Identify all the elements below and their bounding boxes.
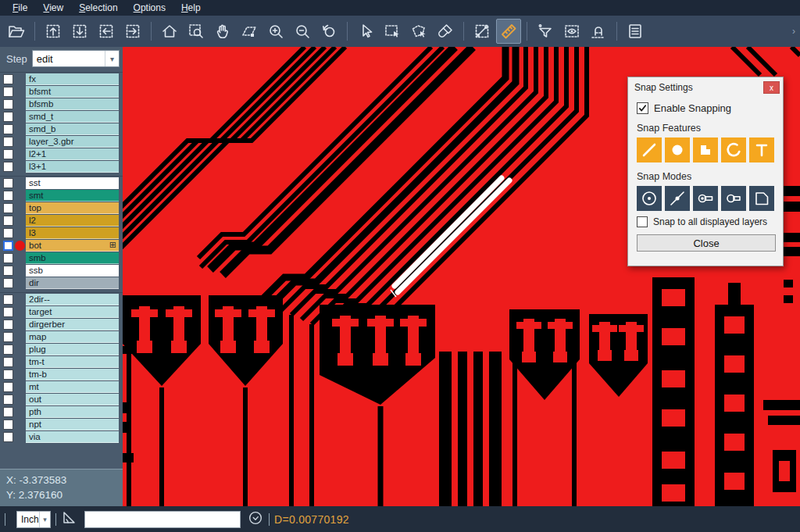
layer-visibility-checkbox[interactable] <box>3 74 13 84</box>
snap-mode-point-on-line-icon[interactable] <box>665 186 690 211</box>
layer-visibility-checkbox[interactable] <box>3 99 13 109</box>
zoom-in-icon[interactable] <box>263 19 288 44</box>
layer-name-field[interactable]: smt <box>26 190 119 202</box>
layer-name-field[interactable]: bfsmt <box>26 86 119 98</box>
ruler-icon[interactable] <box>496 19 521 44</box>
layer-name-field[interactable]: l3 <box>26 227 119 239</box>
layer-visibility-checkbox[interactable] <box>3 332 13 342</box>
close-button[interactable]: Close <box>637 234 776 252</box>
layer-name-field[interactable]: smd_t <box>26 111 119 123</box>
dialog-close-icon[interactable]: x <box>763 81 780 94</box>
layer-name-field[interactable]: sst <box>26 177 119 189</box>
layer-visibility-checkbox[interactable] <box>3 203 13 213</box>
layer-name-field[interactable]: target <box>26 306 119 318</box>
select-rectangle-icon[interactable] <box>380 19 405 44</box>
snap-feature-circle-icon[interactable] <box>665 137 690 162</box>
layer-visibility-checkbox[interactable] <box>3 191 13 201</box>
layer-name-field[interactable]: smb <box>26 252 119 264</box>
layer-name-field[interactable]: tm-t <box>26 356 119 368</box>
layer-name-field[interactable]: 2dir-- <box>26 294 119 305</box>
layer-name-field[interactable]: top <box>26 202 119 214</box>
toolbar-overflow-chevron[interactable]: › <box>792 26 795 37</box>
layer-name-field[interactable]: smd_b <box>26 123 119 135</box>
select-polygon-icon[interactable] <box>406 19 431 44</box>
layer-name-field[interactable]: dir <box>26 277 119 289</box>
snap-feature-line-icon[interactable] <box>637 137 662 162</box>
layer-name-field[interactable]: l2 <box>26 215 119 227</box>
layer-visibility-checkbox[interactable] <box>3 432 13 442</box>
snap-feature-text-icon[interactable] <box>749 137 774 162</box>
layer-name-field[interactable]: via <box>26 431 119 443</box>
zoom-out-icon[interactable] <box>290 19 315 44</box>
filter-icon[interactable] <box>533 19 558 44</box>
layer-visibility-checkbox[interactable] <box>3 266 13 276</box>
layer-visibility-checkbox[interactable] <box>3 295 13 305</box>
menu-file[interactable]: File <box>5 1 35 15</box>
layer-name-field[interactable]: plug <box>26 344 119 355</box>
layer-visibility-checkbox[interactable] <box>3 162 13 172</box>
snap-settings-icon[interactable] <box>586 19 611 44</box>
layer-visibility-checkbox[interactable] <box>3 357 13 367</box>
snap-mode-pad-outline-icon[interactable] <box>721 186 746 211</box>
layer-visibility-checkbox[interactable] <box>3 112 13 122</box>
layer-visibility-checkbox[interactable] <box>3 278 13 288</box>
menu-options[interactable]: Options <box>126 1 173 15</box>
pan-up-icon[interactable] <box>41 19 66 44</box>
layer-name-field[interactable]: ssb <box>26 265 119 277</box>
zoom-dynamic-icon[interactable] <box>237 19 262 44</box>
enable-snapping-checkbox[interactable] <box>637 102 648 114</box>
pan-hand-icon[interactable] <box>210 19 235 44</box>
snap-all-layers-checkbox[interactable] <box>637 216 648 227</box>
open-file-icon[interactable] <box>4 19 29 44</box>
layer-visibility-checkbox[interactable] <box>3 149 13 159</box>
layer-visibility-checkbox[interactable] <box>3 407 13 417</box>
layer-visibility-checkbox[interactable] <box>3 395 13 405</box>
command-input[interactable] <box>84 511 241 528</box>
layer-name-field[interactable]: out <box>26 394 119 405</box>
snap-feature-surface-icon[interactable] <box>693 137 718 162</box>
unit-select[interactable]: Inch ▾ <box>16 511 51 528</box>
layer-name-field[interactable]: fx <box>26 73 119 85</box>
angle-mode-icon[interactable] <box>61 509 78 530</box>
layer-name-field[interactable]: bfsmb <box>26 98 119 110</box>
measure-line-icon[interactable] <box>470 19 495 44</box>
layer-visibility-checkbox[interactable] <box>3 370 13 380</box>
select-pointer-icon[interactable] <box>353 19 378 44</box>
apply-check-icon[interactable] <box>247 509 264 530</box>
home-view-icon[interactable] <box>157 19 182 44</box>
menu-help[interactable]: Help <box>173 1 209 15</box>
layer-grid-icon[interactable]: ⊞ <box>109 241 116 249</box>
layer-visibility-checkbox[interactable] <box>3 87 13 97</box>
zoom-window-icon[interactable] <box>184 19 209 44</box>
layer-visibility-checkbox[interactable] <box>3 137 13 147</box>
layer-visibility-checkbox[interactable] <box>3 216 13 226</box>
layer-name-field[interactable]: map <box>26 331 119 343</box>
menu-view[interactable]: View <box>35 1 71 15</box>
layer-name-field[interactable]: layer_3.gbr <box>26 136 119 148</box>
layer-name-field[interactable]: l3+1 <box>26 161 119 173</box>
layer-visibility-checkbox[interactable] <box>3 320 13 330</box>
zoom-previous-icon[interactable] <box>316 19 341 44</box>
layer-name-field[interactable]: npt <box>26 419 119 430</box>
report-icon[interactable] <box>623 19 648 44</box>
pan-left-icon[interactable] <box>94 19 119 44</box>
dialog-title-bar[interactable]: Snap Settings x <box>628 77 783 97</box>
layer-visibility-checkbox[interactable] <box>3 307 13 317</box>
layer-name-field[interactable]: bot⊞ <box>26 240 119 252</box>
layer-visibility-checkbox[interactable] <box>3 228 13 238</box>
pan-right-icon[interactable] <box>120 19 145 44</box>
layer-visibility-checkbox[interactable] <box>3 241 13 251</box>
menu-selection[interactable]: Selection <box>71 1 125 15</box>
layer-name-field[interactable]: mt <box>26 381 119 393</box>
layer-name-field[interactable]: dirgerber <box>26 319 119 330</box>
layer-visibility-checkbox[interactable] <box>3 124 13 134</box>
layer-visibility-checkbox[interactable] <box>3 253 13 263</box>
snap-feature-arc-icon[interactable] <box>721 137 746 162</box>
snap-mode-pad-long-icon[interactable] <box>693 186 718 211</box>
pan-down-icon[interactable] <box>67 19 92 44</box>
step-select[interactable]: edit ▾ <box>32 50 120 67</box>
layer-visibility-checkbox[interactable] <box>3 420 13 430</box>
layer-visibility-checkbox[interactable] <box>3 178 13 188</box>
display-options-icon[interactable] <box>559 19 584 44</box>
layer-visibility-checkbox[interactable] <box>3 382 13 392</box>
